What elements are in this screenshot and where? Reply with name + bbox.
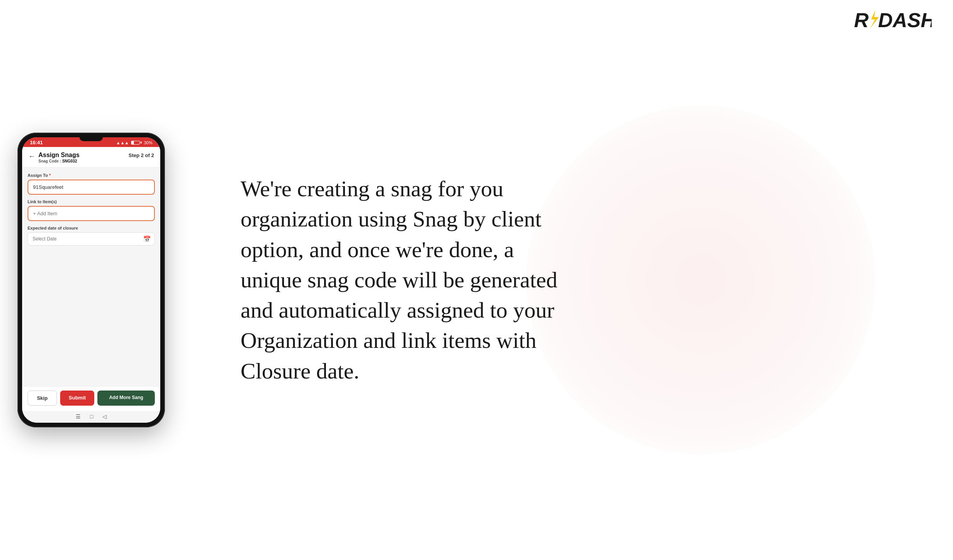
snag-code-value: SNG032 xyxy=(62,159,77,163)
required-star: * xyxy=(49,173,50,178)
step-indicator: Step 2 of 2 xyxy=(128,152,154,158)
rdash-logo: R DASH xyxy=(854,7,932,30)
home-indicator: ☰ □ ◁ xyxy=(22,411,160,423)
calendar-icon[interactable]: 📅 xyxy=(143,235,151,243)
link-items-group: Link to Item(s) xyxy=(28,199,155,221)
form-area: Assign To * Link to Item(s) Expected dat… xyxy=(22,168,160,386)
back-arrow-icon[interactable]: ← xyxy=(28,152,35,161)
assign-to-label: Assign To * xyxy=(28,173,155,178)
background-circle xyxy=(526,105,875,455)
link-items-input[interactable] xyxy=(28,206,155,221)
svg-text:DASH: DASH xyxy=(878,9,932,30)
battery-icon xyxy=(131,141,142,145)
assign-to-group: Assign To * xyxy=(28,173,155,195)
bottom-nav: Skip Submit Add More Sang xyxy=(22,386,160,411)
phone-screen: 16:41 ▲▲▲ 30% ← xyxy=(22,137,160,423)
snag-code-label: Snag Code : xyxy=(38,159,61,163)
status-time: 16:41 xyxy=(30,140,43,145)
page-title: Assign Snags xyxy=(38,152,80,159)
back-nav-icon[interactable]: ◁ xyxy=(102,413,107,420)
phone-frame: 16:41 ▲▲▲ 30% ← xyxy=(17,133,165,427)
assign-to-input[interactable] xyxy=(28,180,155,195)
svg-marker-1 xyxy=(870,10,879,28)
closure-date-input[interactable] xyxy=(28,232,155,245)
battery-percent: 30% xyxy=(144,140,152,145)
home-nav-icon[interactable]: □ xyxy=(90,413,93,420)
svg-text:R: R xyxy=(854,9,869,30)
date-field-wrapper: 📅 xyxy=(28,232,155,245)
phone-mockup: 16:41 ▲▲▲ 30% ← xyxy=(17,133,165,427)
submit-button[interactable]: Submit xyxy=(60,391,95,406)
status-right: ▲▲▲ 30% xyxy=(116,140,152,145)
closure-date-group: Expected date of closure 📅 xyxy=(28,226,155,245)
closure-date-label: Expected date of closure xyxy=(28,226,155,230)
description-text: We're creating a snag for you organizati… xyxy=(241,174,559,386)
app-header: ← Assign Snags Snag Code : SNG032 Step 2… xyxy=(22,147,160,168)
menu-nav-icon[interactable]: ☰ xyxy=(76,413,81,420)
notch xyxy=(80,137,103,141)
skip-button[interactable]: Skip xyxy=(28,391,57,406)
status-bar: 16:41 ▲▲▲ 30% xyxy=(22,137,160,147)
header-left: ← Assign Snags Snag Code : SNG032 xyxy=(28,152,80,163)
signal-icon: ▲▲▲ xyxy=(116,140,129,145)
header-title-group: Assign Snags Snag Code : SNG032 xyxy=(38,152,80,163)
snag-code-info: Snag Code : SNG032 xyxy=(38,159,80,163)
add-more-button[interactable]: Add More Sang xyxy=(97,391,155,406)
link-items-label: Link to Item(s) xyxy=(28,199,155,204)
